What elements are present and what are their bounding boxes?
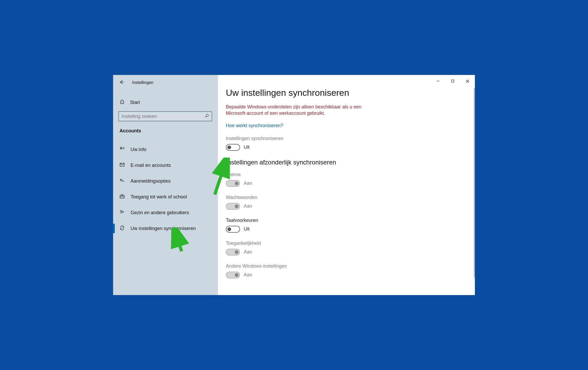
svg-point-4 [206, 114, 208, 117]
toggle-theme[interactable] [226, 180, 240, 187]
category-label: Accounts [113, 121, 218, 136]
toggle-state-theme: Aan [244, 181, 252, 186]
toggle-language[interactable] [226, 226, 240, 233]
nav-item-label: Aanmeldingsopties [131, 178, 171, 184]
toggle-label-accessibility: Toegankelijkheid [226, 241, 475, 246]
toggle-label-language: Taalvoorkeuren [226, 218, 475, 223]
nav-item-sync-settings[interactable]: Uw instellingen synchroniseren [113, 221, 218, 236]
nav-item-label: E-mail en accounts [131, 163, 171, 168]
nav-item-signin-options[interactable]: Aanmeldingsopties [113, 173, 218, 189]
sync-icon [119, 225, 125, 232]
master-toggle-state: Uit [244, 144, 250, 150]
close-button[interactable] [460, 75, 475, 87]
briefcase-icon [119, 194, 125, 200]
master-toggle-label: Instellingen synchroniseren [226, 136, 475, 141]
toggle-state-accessibility: Aan [244, 249, 252, 255]
nav-item-label: Gezin en andere gebruikers [131, 210, 189, 216]
help-link[interactable]: Hoe werkt synchroniseren? [226, 123, 283, 128]
toggle-accessibility[interactable] [226, 249, 240, 256]
scrollbar[interactable] [474, 88, 475, 278]
warning-text: Bepaalde Windows-onderdelen zijn alleen … [226, 104, 373, 117]
nav-item-family[interactable]: Gezin en andere gebruikers [113, 205, 218, 221]
key-icon [119, 178, 125, 184]
sidebar: Instellingen Start Accounts Uw info [113, 75, 218, 295]
back-button[interactable] [119, 79, 124, 86]
toggle-state-language: Uit [244, 226, 250, 232]
svg-point-10 [120, 179, 122, 181]
toggle-label-passwords: Wachtwoorden [226, 195, 475, 200]
settings-window: Instellingen Start Accounts Uw info [113, 75, 475, 295]
search-input[interactable] [122, 114, 205, 119]
svg-point-6 [121, 147, 122, 148]
home-label: Start [130, 100, 140, 105]
toggle-other-windows[interactable] [226, 272, 240, 278]
content-pane: Uw instellingen synchroniseren Bepaalde … [218, 75, 475, 295]
mail-icon [119, 162, 125, 169]
nav-item-your-info[interactable]: Uw info [113, 142, 218, 157]
nav-item-label: Uw info [131, 147, 146, 152]
maximize-button[interactable] [445, 75, 460, 87]
toggle-state-other-windows: Aan [244, 272, 252, 278]
page-title: Uw instellingen synchroniseren [226, 88, 475, 98]
family-icon [119, 209, 125, 216]
master-toggle[interactable] [226, 144, 240, 151]
window-title: Instellingen [132, 80, 153, 85]
home-icon [119, 99, 125, 106]
svg-line-5 [205, 116, 206, 118]
window-controls [431, 75, 475, 87]
nav-list: Uw info E-mail en accounts Aanmeldingsop… [113, 142, 218, 236]
toggle-label-theme: Thema [226, 172, 475, 177]
toggle-label-other-windows: Andere Windows-instellingen [226, 263, 475, 269]
nav-item-label: Uw instellingen synchroniseren [131, 226, 196, 231]
titlebar-row: Instellingen [113, 77, 218, 89]
minimize-button[interactable] [431, 75, 445, 87]
nav-item-email[interactable]: E-mail en accounts [113, 157, 218, 173]
home-button[interactable]: Start [113, 96, 218, 109]
toggle-state-passwords: Aan [244, 203, 252, 209]
nav-item-label: Toegang tot werk of school [131, 194, 187, 200]
svg-rect-9 [120, 163, 124, 166]
svg-rect-1 [452, 80, 454, 82]
section-title: Instellingen afzonderlijk synchroniseren [226, 159, 475, 166]
svg-point-12 [121, 210, 122, 212]
nav-item-work-school[interactable]: Toegang tot werk of school [113, 189, 218, 205]
toggle-passwords[interactable] [226, 203, 240, 210]
search-icon [205, 114, 209, 119]
person-card-icon [119, 146, 125, 153]
search-box[interactable] [118, 111, 212, 121]
